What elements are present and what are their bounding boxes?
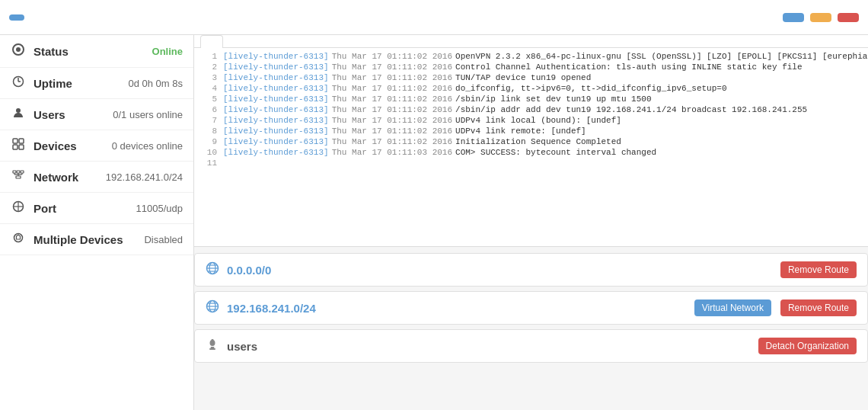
multiple_devices-value: Disabled [144,234,183,245]
route1-actions: Remove Route [774,261,857,278]
tab-bar [194,35,868,48]
port-value: 11005/udp [136,203,183,214]
users-icon [11,107,26,122]
route1-label: 0.0.0.0/0 [227,264,774,277]
route1-icon [206,261,219,278]
server-badge [9,14,24,21]
svg-rect-7 [19,139,24,143]
sidebar-item-uptime: Uptime0d 0h 0m 8s [0,68,193,99]
sidebar-item-status: StatusOnline [0,35,193,68]
log-line: 2[lively-thunder-6313] Thu Mar 17 01:11:… [194,62,868,72]
route2-virtual-network-button[interactable]: Virtual Network [694,299,771,316]
svg-rect-34 [211,347,215,348]
users-value: 0/1 users online [113,109,183,120]
tab-bandwidth-graphs[interactable] [223,35,246,48]
log-output: 1[lively-thunder-6313] Thu Mar 17 01:11:… [194,48,868,246]
log-line: 9[lively-thunder-6313] Thu Mar 17 01:11:… [194,136,868,147]
content-area: 1[lively-thunder-6313] Thu Mar 17 01:11:… [194,35,868,410]
svg-point-1 [16,47,21,52]
network-icon [11,169,26,184]
port-label: Port [34,202,136,215]
svg-point-5 [16,108,21,113]
route2-actions: Virtual NetworkRemove Route [688,299,857,316]
sidebar-item-multiple_devices: Multiple DevicesDisabled [0,224,193,255]
log-line: 7[lively-thunder-6313] Thu Mar 17 01:11:… [194,115,868,126]
stop-server-button[interactable] [810,13,831,22]
svg-rect-10 [13,171,16,173]
route2-remove-route-button[interactable]: Remove Route [780,299,857,316]
route1-remove-route-button[interactable]: Remove Route [780,261,857,278]
org1-actions: Detach Organization [752,338,857,354]
sidebar-item-users: Users0/1 users online [0,99,193,130]
network-label: Network [34,171,106,184]
multiple_devices-label: Multiple Devices [34,233,144,246]
sidebar-item-devices: Devices0 devices online [0,130,193,162]
status-value: Online [152,46,183,57]
header [0,0,868,35]
output-panel: 1[lively-thunder-6313] Thu Mar 17 01:11:… [194,35,868,247]
svg-rect-18 [16,176,21,178]
devices-label: Devices [34,139,112,152]
org1-icon [206,338,219,354]
devices-icon [11,138,26,153]
log-line: 10[lively-thunder-6313] Thu Mar 17 01:11… [194,147,868,158]
uptime-icon [11,75,26,91]
log-line: 8[lively-thunder-6313] Thu Mar 17 01:11:… [194,126,868,136]
log-line: 4[lively-thunder-6313] Thu Mar 17 01:11:… [194,83,868,94]
status-label: Status [34,45,152,58]
svg-rect-11 [17,171,20,173]
section-route2: 192.168.241.0/24Virtual NetworkRemove Ro… [194,291,868,325]
restart-server-button[interactable] [783,13,804,22]
delete-server-button[interactable] [838,13,859,22]
port-icon [11,200,26,216]
sidebar-item-port: Port11005/udp [0,193,193,224]
status-icon [11,43,26,59]
sidebar: StatusOnlineUptime0d 0h 0m 8sUsers0/1 us… [0,35,194,410]
uptime-label: Uptime [34,77,128,90]
devices-value: 0 devices online [112,140,183,152]
svg-rect-8 [13,145,18,149]
sections-list: 0.0.0.0/0Remove Route192.168.241.0/24Vir… [194,247,868,410]
route2-label: 192.168.241.0/24 [227,302,688,315]
log-line: 5[lively-thunder-6313] Thu Mar 17 01:11:… [194,94,868,104]
multiple_devices-icon [11,232,26,247]
log-line: 3[lively-thunder-6313] Thu Mar 17 01:11:… [194,72,868,83]
svg-rect-12 [21,171,24,173]
log-line: 11 [194,158,868,168]
log-line: 1[lively-thunder-6313] Thu Mar 17 01:11:… [194,51,868,62]
route2-icon [206,299,219,316]
svg-rect-9 [19,145,24,149]
section-route1: 0.0.0.0/0Remove Route [194,253,868,287]
users-label: Users [34,108,113,121]
sidebar-item-network: Network192.168.241.0/24 [0,162,193,193]
svg-rect-33 [209,348,215,350]
section-org1: usersDetach Organization [194,329,868,363]
main-layout: StatusOnlineUptime0d 0h 0m 8sUsers0/1 us… [0,35,868,410]
svg-rect-36 [212,339,214,341]
org1-label: users [227,340,752,353]
tab-server-output[interactable] [200,35,223,48]
org1-detach-button[interactable]: Detach Organization [758,338,857,354]
log-line: 6[lively-thunder-6313] Thu Mar 17 01:11:… [194,104,868,115]
uptime-value: 0d 0h 0m 8s [128,78,183,89]
network-value: 192.168.241.0/24 [106,171,183,183]
svg-rect-6 [13,139,18,143]
